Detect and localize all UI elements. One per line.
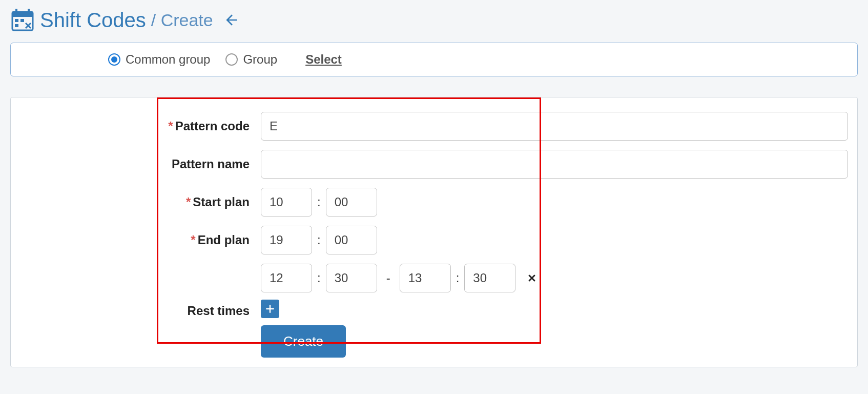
rest-from-mm-input[interactable] [326,264,377,292]
radio-icon [225,53,238,66]
back-arrow-icon[interactable] [223,12,240,28]
label-rest-times: Rest times [20,304,261,318]
end-plan-mm-input[interactable] [326,226,377,254]
time-colon: : [316,195,322,209]
time-dash: - [381,271,396,285]
form-card: *Pattern code Pattern name *Start plan :… [10,97,858,367]
pattern-code-input[interactable] [261,112,848,141]
start-plan-hh-input[interactable] [261,188,312,216]
remove-rest-icon[interactable] [527,273,537,283]
svg-rect-5 [20,19,24,22]
svg-rect-6 [15,24,18,27]
time-colon: : [455,271,461,285]
add-rest-button[interactable] [261,300,279,318]
rest-to-hh-input[interactable] [400,264,451,292]
time-colon: : [316,233,322,247]
label-pattern-code: *Pattern code [20,119,261,133]
pattern-name-input[interactable] [261,150,848,179]
page-subtitle: / Create [151,10,213,30]
svg-rect-2 [15,9,17,14]
label-end-plan: *End plan [20,233,261,247]
group-panel: Common group Group Select [10,43,858,76]
radio-label: Common group [126,52,210,67]
calendar-icon [10,8,35,32]
label-pattern-name: Pattern name [20,157,261,171]
radio-group[interactable]: Group [225,52,277,67]
create-button[interactable]: Create [261,325,346,358]
end-plan-hh-input[interactable] [261,226,312,254]
time-colon: : [316,271,322,285]
page-header: Shift Codes / Create [10,8,858,32]
start-plan-mm-input[interactable] [326,188,377,216]
radio-icon [108,53,120,66]
rest-to-mm-input[interactable] [464,264,515,292]
select-link[interactable]: Select [305,52,342,67]
svg-rect-4 [15,19,18,22]
radio-common-group[interactable]: Common group [108,52,210,67]
page-title: Shift Codes [40,9,146,32]
label-start-plan: *Start plan [20,195,261,209]
radio-label: Group [243,52,277,67]
svg-rect-3 [28,9,30,14]
rest-from-hh-input[interactable] [261,264,312,292]
